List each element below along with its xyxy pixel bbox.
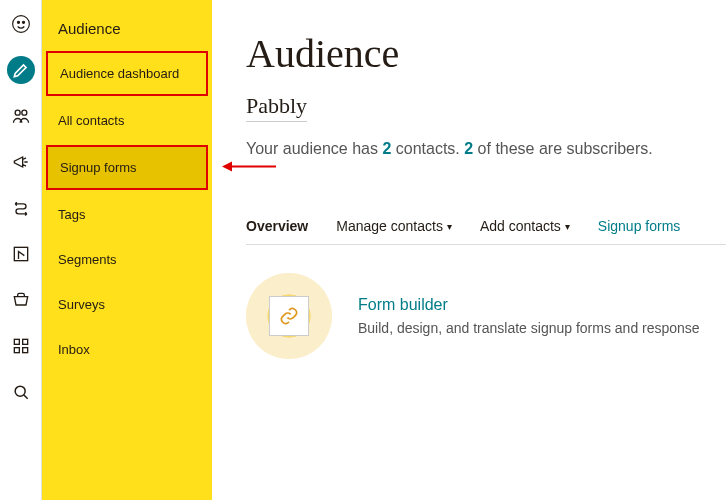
page-heading: Audience	[246, 30, 726, 77]
contacts-count: 2	[382, 140, 391, 157]
sidebar-item-audience-dashboard[interactable]: Audience dashboard	[46, 51, 208, 96]
tab-overview[interactable]: Overview	[246, 218, 308, 234]
sidebar-item-inbox[interactable]: Inbox	[46, 329, 208, 370]
chevron-down-icon: ▾	[447, 221, 452, 232]
stats-text: of these are subscribers.	[473, 140, 653, 157]
svg-point-1	[17, 21, 19, 23]
tab-manage-contacts[interactable]: Manage contacts▾	[336, 218, 452, 234]
tab-signup-forms[interactable]: Signup forms	[598, 218, 680, 234]
tab-label: Manage contacts	[336, 218, 443, 234]
sidebar-item-segments[interactable]: Segments	[46, 239, 208, 280]
content-icon[interactable]	[7, 286, 35, 314]
tab-add-contacts[interactable]: Add contacts▾	[480, 218, 570, 234]
sidebar-item-surveys[interactable]: Surveys	[46, 284, 208, 325]
website-icon[interactable]	[7, 240, 35, 268]
megaphone-icon[interactable]	[7, 148, 35, 176]
svg-point-3	[15, 110, 20, 115]
sidebar-item-signup-forms[interactable]: Signup forms	[46, 145, 208, 190]
card-description: Build, design, and translate signup form…	[358, 320, 700, 336]
sidebar-item-tags[interactable]: Tags	[46, 194, 208, 235]
svg-rect-9	[22, 348, 27, 353]
card-title: Form builder	[358, 296, 700, 314]
apps-icon[interactable]	[7, 332, 35, 360]
stats-text: contacts.	[391, 140, 464, 157]
subscribers-count: 2	[464, 140, 473, 157]
main-content: Audience Pabbly Your audience has 2 cont…	[212, 0, 726, 500]
card-text: Form builder Build, design, and translat…	[358, 296, 700, 336]
svg-rect-7	[22, 339, 27, 344]
form-builder-card[interactable]: Form builder Build, design, and translat…	[246, 273, 726, 359]
svg-point-2	[22, 21, 24, 23]
audience-stats: Your audience has 2 contacts. 2 of these…	[246, 140, 726, 158]
pencil-icon[interactable]	[7, 56, 35, 84]
sidebar: Audience Audience dashboard All contacts…	[42, 0, 212, 500]
sidebar-item-all-contacts[interactable]: All contacts	[46, 100, 208, 141]
form-builder-badge	[246, 273, 332, 359]
sidebar-title: Audience	[42, 10, 212, 51]
chevron-down-icon: ▾	[565, 221, 570, 232]
svg-point-4	[21, 110, 26, 115]
audience-name-dropdown[interactable]: Pabbly	[246, 93, 307, 122]
svg-point-0	[12, 16, 29, 33]
svg-point-10	[15, 386, 25, 396]
svg-rect-8	[14, 348, 19, 353]
contacts-icon[interactable]	[7, 102, 35, 130]
icon-sidebar	[0, 0, 42, 500]
content-tabs: Overview Manage contacts▾ Add contacts▾ …	[246, 218, 726, 245]
automation-icon[interactable]	[7, 194, 35, 222]
search-icon[interactable]	[7, 378, 35, 406]
link-icon	[269, 296, 309, 336]
stats-text: Your audience has	[246, 140, 382, 157]
svg-rect-6	[14, 339, 19, 344]
logo-mailchimp-icon[interactable]	[7, 10, 35, 38]
tab-label: Add contacts	[480, 218, 561, 234]
sidebar-item-label: Signup forms	[60, 160, 137, 175]
